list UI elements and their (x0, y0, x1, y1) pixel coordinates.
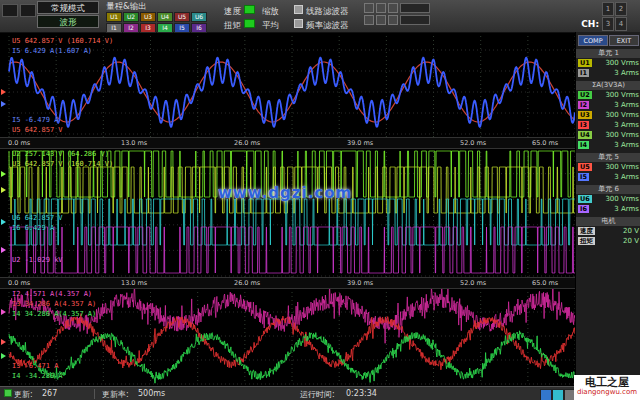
channel-range-value: 300 Vrms (605, 131, 639, 139)
channel-tag: 速度 (578, 227, 595, 235)
sidebar-section-title: ΣA(3V3A) (576, 81, 640, 90)
toolbar-indicator-6[interactable] (388, 15, 398, 25)
line-filter-label: 线路滤波器 (306, 6, 349, 16)
trace-readout: I4 -34.286 A (12, 372, 63, 380)
trace-position-marker[interactable] (1, 247, 6, 253)
toolbar-blank-button-1[interactable] (2, 4, 18, 17)
channel-tag: 扭矩 (578, 237, 595, 245)
trace-position-marker[interactable] (1, 309, 6, 315)
channel-select-U6[interactable]: U6 (191, 12, 207, 22)
display-ch-button-3[interactable]: 3 (602, 17, 614, 31)
zoom-average-group: 缩放 平均 (262, 2, 279, 30)
trace-readout: I2 4.571 A(4.357 A) (12, 290, 92, 298)
channel-select-I4[interactable]: I4 (157, 23, 173, 33)
channel-tag: U3 (578, 111, 592, 119)
trace-position-marker[interactable] (1, 101, 6, 107)
toolbar-indicator-1[interactable] (364, 3, 374, 13)
update-rate-value: 500ms (138, 389, 165, 398)
zoom-toggle[interactable]: 缩放 (262, 6, 279, 16)
watermark-diangongwu: 电工之屋 diangongwu.com (574, 375, 640, 400)
time-axis-label: 26.0 ms (234, 279, 260, 287)
range-output-group: 量程&输出 U1U2U3U4U5U6 I1I2I3I4I5I6 (106, 1, 207, 33)
update-label: 更新: (14, 389, 33, 400)
trace-position-marker[interactable] (1, 353, 6, 359)
sidebar-channel-row: I23 Arms (576, 100, 640, 110)
toolbar-indicator-5[interactable] (376, 15, 386, 25)
sidebar-channel-row: U4300 Vrms (576, 130, 640, 140)
watermark-dgzi: www.dgzi.com (218, 184, 352, 202)
toolbar-indicator-3[interactable] (388, 3, 398, 13)
sidebar-section-title: 单元 6 (576, 185, 640, 194)
channel-select-U2[interactable]: U2 (123, 12, 139, 22)
channel-select-U3[interactable]: U3 (140, 12, 156, 22)
trace-readout: U3 642.857 V (160.714 V) (12, 160, 113, 168)
channel-range-value: 300 Vrms (605, 59, 639, 67)
trace-position-marker[interactable] (1, 339, 6, 345)
time-axis-lower: 0.0 ms13.0 ms26.0 ms39.0 ms52.0 ms65.0 m… (0, 277, 576, 289)
trace-position-marker[interactable] (1, 187, 6, 193)
toolbar-field-2[interactable] (400, 15, 430, 25)
channel-select-I2[interactable]: I2 (123, 23, 139, 33)
sidebar-section-title: 单元 5 (576, 153, 640, 162)
channel-select-U4[interactable]: U4 (157, 12, 173, 22)
runtime-label: 运行时间: (300, 389, 335, 400)
display-ch-button-4[interactable]: 4 (615, 17, 627, 31)
channel-tag: U2 (578, 91, 592, 99)
channel-range-value: 3 Arms (614, 101, 639, 109)
line-filter-checkbox[interactable] (294, 5, 303, 14)
channel-range-value: 300 Vrms (605, 163, 639, 171)
trace-readout: I3 34.286 A(4.357 A) (12, 300, 96, 308)
trace-readout: I6 6.429 A (12, 224, 54, 232)
display-ch-button-1[interactable]: 1 (602, 2, 614, 16)
channel-select-U5[interactable]: U5 (174, 12, 190, 22)
freq-filter-label: 频率滤波器 (306, 20, 349, 30)
sidebar-channel-row: U6300 Vrms (576, 194, 640, 204)
channel-select-I1[interactable]: I1 (106, 23, 122, 33)
time-axis-label: 26.0 ms (234, 139, 260, 147)
toolbar-indicator-4[interactable] (364, 15, 374, 25)
toolbar-corner-buttons (2, 4, 36, 17)
channel-select-I6[interactable]: I6 (191, 23, 207, 33)
sidebar-channel-row: U2300 Vrms (576, 90, 640, 100)
channel-tag: I6 (578, 205, 589, 213)
trace-position-marker[interactable] (1, 89, 6, 95)
comp-button[interactable]: COMP (578, 35, 608, 46)
average-toggle[interactable]: 平均 (262, 20, 279, 30)
channel-tag: I2 (578, 101, 589, 109)
trace-readout: I5 -6.479 A (12, 116, 58, 124)
time-axis-label: 0.0 ms (8, 139, 30, 147)
power-analyzer-screen: 0.0 ms13.0 ms26.0 ms39.0 ms52.0 ms65.0 m… (0, 0, 640, 400)
trace-readout: U2 -1.029 kV (12, 256, 63, 264)
trace-position-marker[interactable] (1, 219, 6, 225)
status-icon-usb[interactable] (552, 389, 564, 400)
sidebar-channel-row: 扭矩20 V (576, 236, 640, 246)
toolbar: 常规模式 波形 量程&输出 U1U2U3U4U5U6 I1I2I3I4I5I6 … (0, 0, 640, 33)
toolbar-misc-controls (364, 3, 474, 27)
channel-tag: U6 (578, 195, 592, 203)
sidebar-channel-row: U5300 Vrms (576, 162, 640, 172)
trace-readout: U5 642.857 V (12, 126, 63, 134)
waveform-view-button[interactable]: 波形 (37, 15, 99, 28)
sidebar-section-title: 单元 1 (576, 49, 640, 58)
range-output-label: 量程&输出 (106, 1, 207, 11)
freq-filter-checkbox[interactable] (294, 19, 303, 28)
status-icon-network[interactable] (540, 389, 552, 400)
time-axis-label: 0.0 ms (8, 279, 30, 287)
channel-select-U1[interactable]: U1 (106, 12, 122, 22)
display-ch-button-2[interactable]: 2 (615, 2, 627, 16)
channel-select-I3[interactable]: I3 (140, 23, 156, 33)
toolbar-field-1[interactable] (400, 3, 430, 13)
status-bar: 更新: 267 更新率: 500ms 运行时间: 0:23:34 (0, 386, 640, 400)
exit-button[interactable]: EXIT (609, 35, 639, 46)
trace-position-marker[interactable] (1, 171, 6, 177)
channel-range-value: 3 Arms (614, 121, 639, 129)
channel-range-value: 20 V (623, 237, 639, 245)
trace-readout: U6 642.857 V (12, 214, 63, 222)
toolbar-blank-button-2[interactable] (20, 4, 36, 17)
time-axis-label: 13.0 ms (121, 139, 147, 147)
normal-mode-button[interactable]: 常规模式 (37, 1, 99, 14)
sidebar-channel-row: U3300 Vrms (576, 110, 640, 120)
channel-select-I5[interactable]: I5 (174, 23, 190, 33)
toolbar-indicator-2[interactable] (376, 3, 386, 13)
sidebar-channel-row: I33 Arms (576, 120, 640, 130)
